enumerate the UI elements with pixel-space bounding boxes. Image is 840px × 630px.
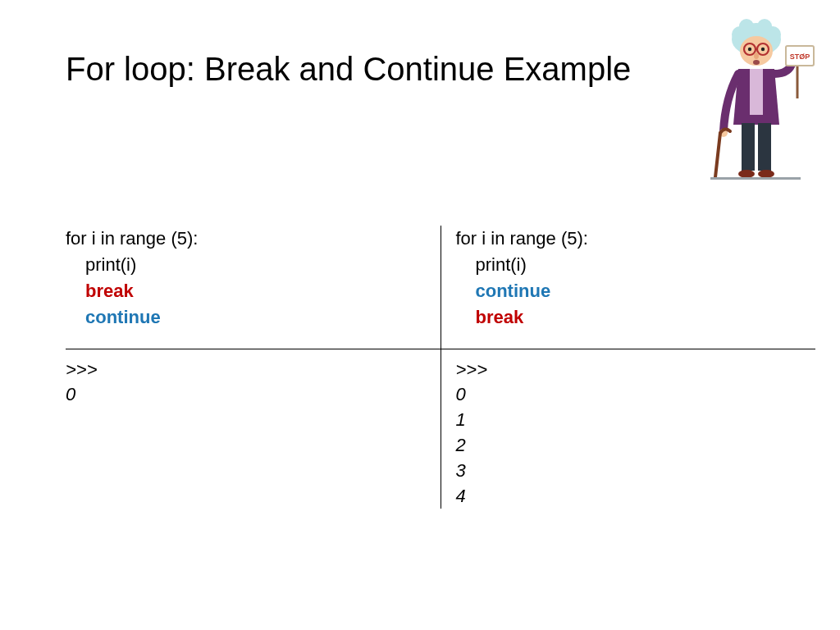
grandma-stop-illustration: STØP [701, 16, 815, 180]
output-line: 0 [66, 382, 426, 408]
page-title: For loop: Break and Continue Example [66, 49, 656, 89]
svg-point-12 [753, 60, 760, 65]
code-line: print(i) [456, 252, 816, 278]
svg-rect-13 [750, 69, 763, 115]
output-prompt: >>> [456, 358, 816, 383]
left-code: for i in range (5): print(i) break conti… [66, 226, 426, 349]
code-columns: for i in range (5): print(i) break conti… [66, 226, 815, 349]
svg-rect-20 [758, 123, 771, 171]
svg-point-22 [758, 170, 774, 178]
svg-rect-23 [710, 177, 801, 180]
svg-point-9 [748, 48, 751, 51]
continue-keyword: continue [456, 278, 816, 304]
sign-text: STØP [790, 52, 810, 61]
right-output-column: >>> 0 1 2 3 4 [441, 349, 816, 509]
output-prompt: >>> [66, 358, 426, 383]
code-line: for i in range (5): [456, 226, 816, 252]
svg-point-10 [761, 48, 765, 51]
break-keyword: break [456, 304, 816, 331]
output-columns: >>> 0 >>> 0 1 2 3 4 [66, 349, 815, 509]
content-area: for i in range (5): print(i) break conti… [66, 226, 815, 509]
code-line: print(i) [66, 252, 426, 278]
slide: For loop: Break and Continue Example [0, 0, 840, 630]
svg-point-4 [757, 19, 772, 34]
svg-point-3 [739, 19, 754, 34]
output-line: 0 [456, 382, 816, 408]
break-keyword: break [66, 278, 426, 304]
continue-keyword: continue [66, 304, 426, 331]
output-line: 2 [456, 433, 816, 459]
left-output: >>> 0 [66, 349, 426, 409]
right-column: for i in range (5): print(i) continue br… [441, 226, 816, 349]
right-output: >>> 0 1 2 3 4 [456, 349, 816, 509]
output-line: 4 [456, 484, 816, 509]
svg-point-11 [754, 52, 759, 59]
right-code: for i in range (5): print(i) continue br… [456, 226, 816, 349]
output-line: 1 [456, 408, 816, 433]
svg-line-15 [715, 133, 720, 177]
svg-rect-19 [742, 123, 755, 171]
output-line: 3 [456, 459, 816, 484]
svg-point-21 [738, 170, 755, 178]
code-line: for i in range (5): [66, 226, 426, 252]
left-column: for i in range (5): print(i) break conti… [66, 226, 441, 349]
left-output-column: >>> 0 [66, 349, 441, 509]
